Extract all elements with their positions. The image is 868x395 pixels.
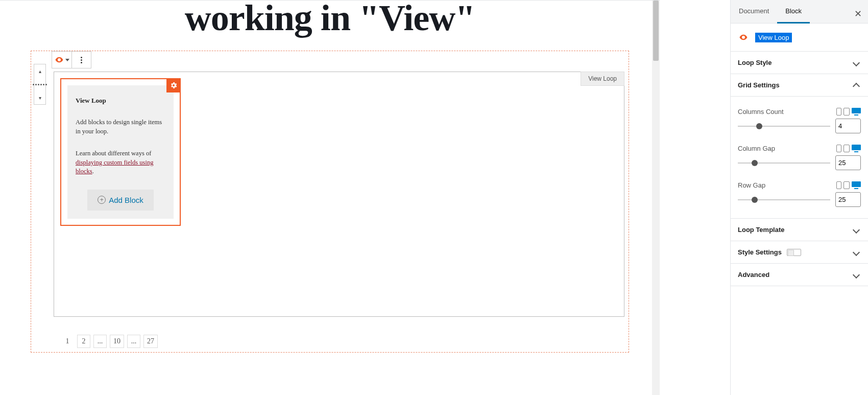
page-link[interactable]: 10 xyxy=(110,335,124,348)
move-down-button[interactable]: ▾ xyxy=(34,91,45,104)
page-link[interactable]: 2 xyxy=(77,335,90,348)
block-name-chip: View Loop xyxy=(755,33,792,42)
drag-handle[interactable] xyxy=(34,78,45,91)
loop-block-desc: Add blocks to design single items in you… xyxy=(76,118,165,136)
row-gap-label-row: Row Gap xyxy=(738,181,861,189)
device-mobile-button[interactable] xyxy=(836,108,841,115)
panel-label: Advanced xyxy=(738,271,769,278)
chevron-down-icon xyxy=(853,271,860,278)
page-current[interactable]: 1 xyxy=(61,335,74,348)
device-desktop-button[interactable] xyxy=(852,108,861,115)
columns-count-input[interactable] xyxy=(835,119,861,133)
more-vertical-icon xyxy=(81,57,82,63)
chevron-up-icon xyxy=(853,82,860,89)
row-gap-label: Row Gap xyxy=(738,181,765,189)
chevron-down-icon xyxy=(853,248,860,255)
columns-count-slider[interactable] xyxy=(738,126,830,127)
columns-count-label-row: Columns Count xyxy=(738,108,861,115)
learn-text-prefix: Learn about different ways of xyxy=(76,150,151,157)
loop-block-learn: Learn about different ways of displaying… xyxy=(76,149,165,176)
panel-grid-settings[interactable]: Grid Settings xyxy=(731,74,868,97)
view-loop-icon xyxy=(738,32,749,43)
responsive-device-buttons xyxy=(836,181,861,189)
chevron-down-icon xyxy=(853,226,860,233)
page-ellipsis: ... xyxy=(93,335,107,348)
chevron-down-icon xyxy=(853,59,860,66)
panel-label: Loop Template xyxy=(738,226,784,234)
learn-more-link[interactable]: displaying custom fields using blocks xyxy=(76,159,153,175)
panel-advanced[interactable]: Advanced xyxy=(731,264,868,286)
block-toolbar xyxy=(52,51,91,68)
device-tablet-button[interactable] xyxy=(843,145,850,152)
block-type-button[interactable] xyxy=(52,52,71,68)
panel-label: Loop Style xyxy=(738,59,771,66)
tab-block[interactable]: Block xyxy=(777,0,810,24)
panel-label: Style Settings xyxy=(738,248,782,256)
device-tablet-button[interactable] xyxy=(843,108,850,115)
learn-text-suffix: . xyxy=(92,168,94,175)
loop-block-inner: View Loop Add blocks to design single it… xyxy=(67,85,174,219)
settings-sidebar: Document Block ✕ View Loop Loop Style Gr… xyxy=(730,0,868,395)
device-mobile-button[interactable] xyxy=(836,181,841,189)
column-gap-control xyxy=(738,155,861,170)
columns-count-control xyxy=(738,119,861,133)
page-ellipsis: ... xyxy=(127,335,140,348)
device-desktop-button[interactable] xyxy=(852,181,861,189)
column-gap-label: Column Gap xyxy=(738,145,775,152)
panel-grid-settings-body: Columns Count Column Gap xyxy=(731,97,868,219)
move-up-button[interactable]: ▴ xyxy=(34,64,45,78)
sidebar-tabs: Document Block ✕ xyxy=(731,0,868,24)
plus-circle-icon: + xyxy=(98,196,106,204)
tab-document[interactable]: Document xyxy=(731,0,777,23)
gear-icon xyxy=(170,81,178,89)
row-gap-control xyxy=(738,192,861,207)
column-gap-slider[interactable] xyxy=(738,162,830,164)
page-link[interactable]: 27 xyxy=(143,335,158,348)
editor-canvas: working in "View" ▴ ▾ xyxy=(0,0,660,395)
close-sidebar-button[interactable]: ✕ xyxy=(852,6,864,21)
view-container[interactable]: View Loop View Loop Add blocks to design… xyxy=(54,72,624,317)
device-mobile-button[interactable] xyxy=(836,145,841,152)
row-gap-slider[interactable] xyxy=(738,199,830,200)
block-identity: View Loop xyxy=(731,24,868,52)
panel-loop-template[interactable]: Loop Template xyxy=(731,219,868,241)
view-wrapper-block[interactable]: ▴ ▾ View Loop View Loop Add bloc xyxy=(31,51,629,353)
add-block-button[interactable]: + Add Block xyxy=(87,190,154,211)
view-loop-block[interactable]: View Loop Add blocks to design single it… xyxy=(60,78,181,226)
add-block-label: Add Block xyxy=(109,196,143,204)
loop-block-title: View Loop xyxy=(76,97,165,105)
page-title: working in "View" xyxy=(0,1,660,51)
editor-scrollbar[interactable] xyxy=(652,1,660,395)
column-gap-input[interactable] xyxy=(835,155,861,170)
block-more-options-button[interactable] xyxy=(71,52,91,68)
block-settings-button[interactable] xyxy=(166,78,181,92)
column-gap-label-row: Column Gap xyxy=(738,145,861,152)
pagination: 1 2 ... 10 ... 27 xyxy=(61,335,624,348)
responsive-device-buttons xyxy=(836,108,861,115)
scrollbar-thumb[interactable] xyxy=(653,1,659,61)
chevron-down-icon xyxy=(65,59,69,61)
device-desktop-button[interactable] xyxy=(852,145,861,152)
columns-count-label: Columns Count xyxy=(738,108,784,115)
panel-style-settings[interactable]: Style Settings xyxy=(731,241,868,264)
view-icon xyxy=(55,55,64,64)
block-mover: ▴ ▾ xyxy=(34,64,46,105)
grip-icon xyxy=(33,78,47,91)
panel-loop-style[interactable]: Loop Style xyxy=(731,52,868,74)
style-settings-toggle[interactable] xyxy=(787,249,801,256)
row-gap-input[interactable] xyxy=(835,192,861,207)
device-tablet-button[interactable] xyxy=(843,181,850,189)
view-label-chip: View Loop xyxy=(581,72,624,86)
close-icon: ✕ xyxy=(854,9,862,19)
panel-label: Grid Settings xyxy=(738,81,780,89)
responsive-device-buttons xyxy=(836,145,861,152)
